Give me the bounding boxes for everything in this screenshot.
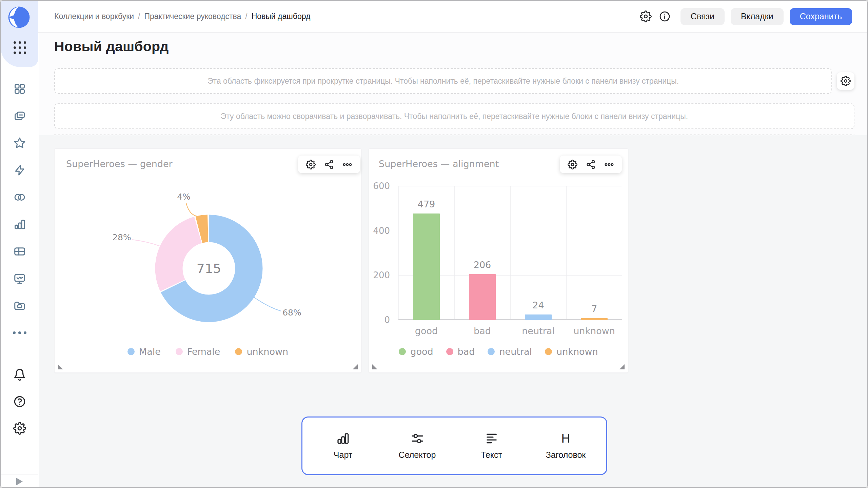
bar-column-good: 479: [398, 186, 454, 320]
legend-item-unknown[interactable]: unknown: [235, 346, 288, 357]
bar-legend: good bad neutral unknown: [369, 346, 628, 357]
resize-handle-bottom-left[interactable]: [58, 364, 63, 369]
leader-line-male: [254, 297, 281, 311]
sidebar-item-connections[interactable]: [13, 164, 26, 177]
y-tick-label: 600: [369, 181, 390, 191]
info-button[interactable]: [655, 7, 674, 26]
gear-icon: [13, 422, 26, 435]
sidebar-item-tables[interactable]: [13, 245, 26, 258]
donut-label-unknown: 4%: [177, 192, 191, 202]
topbar: Коллекции и воркбуки / Практические руко…: [38, 1, 867, 33]
gear-icon: [306, 160, 316, 169]
legend-item-neutral[interactable]: neutral: [488, 346, 532, 357]
sidebar-nav: [1, 82, 38, 339]
sidebar: [1, 1, 38, 488]
ellipsis-icon: [604, 160, 614, 169]
resize-handle-bottom-left[interactable]: [372, 364, 377, 369]
breadcrumb-current: Новый дашборд: [252, 12, 311, 21]
widget-relations-button[interactable]: [323, 159, 335, 170]
breadcrumb-workbook[interactable]: Практические руководства: [144, 12, 241, 21]
legend-label: bad: [458, 346, 475, 357]
sidebar-item-workbooks[interactable]: [13, 109, 26, 122]
collapsible-area-placeholder[interactable]: Эту область можно сворачивать и разворач…: [54, 103, 854, 129]
header-settings-button[interactable]: [837, 72, 854, 90]
donut-legend: Male Female unknown: [55, 346, 361, 357]
expand-icon: [16, 478, 23, 485]
widget-settings-button[interactable]: [305, 159, 316, 170]
legend-item-male[interactable]: Male: [127, 346, 161, 357]
breadcrumb-collections[interactable]: Коллекции и воркбуки: [54, 12, 134, 21]
datalens-logo[interactable]: [6, 5, 32, 30]
widget-actions: [298, 156, 360, 173]
legend-item-female[interactable]: Female: [176, 346, 220, 357]
breadcrumb: Коллекции и воркбуки / Практические руко…: [54, 1, 310, 32]
bar-value: 7: [566, 304, 622, 314]
topbar-actions: Связи Вкладки Сохранить: [636, 1, 852, 32]
x-category-label: bad: [454, 326, 510, 336]
monitor-icon: [13, 272, 26, 285]
panel-item-selector[interactable]: Селектор: [383, 432, 451, 460]
widget-settings-button[interactable]: [567, 159, 578, 170]
legend-item-good[interactable]: good: [399, 346, 433, 357]
widget-alignment-chart[interactable]: SuperHeroes — alignment 600: [369, 148, 628, 373]
bar-column-neutral: 24: [510, 186, 566, 320]
relations-button[interactable]: Связи: [680, 8, 725, 25]
legend-label: Male: [139, 346, 161, 357]
bar-value: 24: [510, 300, 566, 310]
folder-icon: [13, 299, 26, 312]
bar-chart-icon: [13, 218, 26, 231]
sidebar-item-more[interactable]: [13, 326, 26, 339]
widget-more-button[interactable]: [342, 159, 353, 170]
bar-neutral[interactable]: [525, 314, 552, 320]
widget-gender-chart[interactable]: SuperHeroes — gender: [54, 148, 361, 373]
legend-marker: [488, 348, 495, 355]
donut-label-male: 68%: [282, 308, 301, 318]
save-button[interactable]: Сохранить: [790, 8, 852, 25]
resize-handle-bottom-right[interactable]: [619, 364, 625, 369]
bar-bad[interactable]: [469, 274, 496, 320]
resize-handle-bottom-right[interactable]: [353, 364, 358, 369]
page-title: Новый дашборд: [54, 39, 169, 55]
settings-button[interactable]: [13, 422, 26, 435]
bar-good[interactable]: [413, 214, 440, 320]
apps-grid-icon[interactable]: [14, 41, 26, 54]
legend-marker: [176, 348, 183, 355]
donut-chart: 4% 28% 68% 715: [55, 149, 362, 373]
panel-item-text[interactable]: Текст: [458, 432, 526, 460]
sidebar-item-datasets[interactable]: [13, 191, 26, 204]
widget-relations-button[interactable]: [585, 159, 597, 170]
selector-sliders-icon: [411, 432, 424, 445]
sidebar-item-dashboards[interactable]: [13, 272, 26, 285]
sidebar-item-overview[interactable]: [13, 82, 26, 95]
help-button[interactable]: [13, 395, 26, 408]
fixed-area-placeholder[interactable]: Эта область фиксируется при прокрутке ст…: [54, 68, 832, 94]
y-tick-label: 400: [369, 226, 390, 236]
gear-icon: [568, 160, 577, 169]
widgets-panel: Чарт Селектор Текст H Заголовок: [301, 416, 607, 475]
y-tick-label: 200: [369, 270, 390, 280]
sidebar-item-storage[interactable]: [13, 299, 26, 312]
panel-item-heading[interactable]: H Заголовок: [532, 432, 600, 460]
legend-item-bad[interactable]: bad: [446, 346, 475, 357]
bar-unknown[interactable]: [581, 318, 608, 320]
sidebar-item-favorites[interactable]: [13, 137, 26, 149]
dashboard-settings-button[interactable]: [636, 7, 655, 26]
donut-label-female: 28%: [112, 232, 131, 242]
sidebar-expand-button[interactable]: [1, 474, 38, 488]
panel-item-chart[interactable]: Чарт: [309, 432, 377, 460]
legend-item-unknown[interactable]: unknown: [545, 346, 598, 357]
bar-plot-area: 479 206 24 7: [398, 186, 622, 320]
legend-marker: [446, 348, 453, 355]
fixed-area-hint: Эта область фиксируется при прокрутке ст…: [208, 77, 679, 86]
header-separator: [54, 135, 854, 135]
text-lines-icon: [485, 432, 498, 445]
tabs-button[interactable]: Вкладки: [731, 8, 784, 25]
table-icon: [13, 245, 26, 258]
donut-center-total: 715: [197, 261, 221, 276]
sidebar-item-charts[interactable]: [13, 218, 26, 231]
app-window: Коллекции и воркбуки / Практические руко…: [0, 0, 868, 488]
notifications-button[interactable]: [13, 368, 26, 381]
widget-more-button[interactable]: [604, 159, 615, 170]
share-icon: [586, 160, 596, 169]
panel-item-label: Заголовок: [546, 450, 586, 460]
